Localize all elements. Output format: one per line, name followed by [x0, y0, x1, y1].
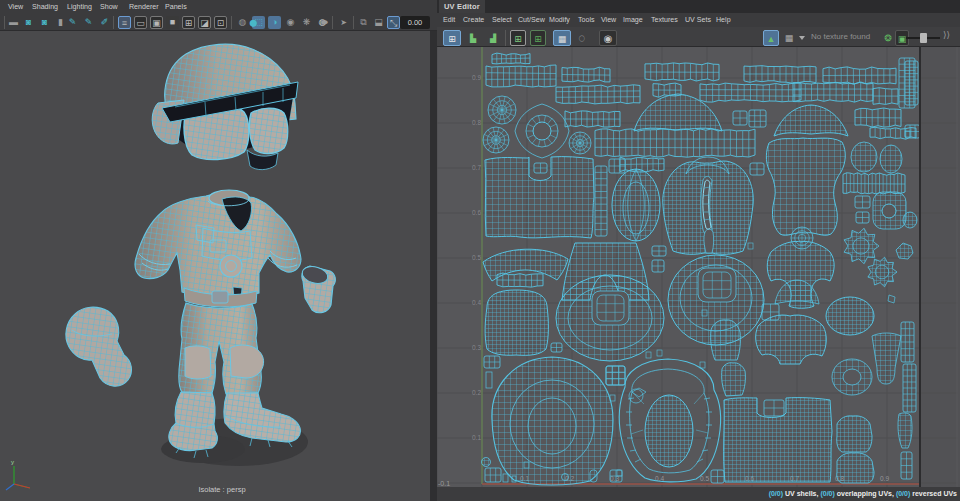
svg-text:0.9: 0.9: [472, 74, 481, 81]
svg-text:y: y: [11, 459, 14, 465]
svg-text:0.9: 0.9: [880, 475, 889, 482]
svg-text:0.2: 0.2: [472, 389, 481, 396]
svg-text:0.4: 0.4: [472, 299, 481, 306]
svg-text:0.1: 0.1: [472, 434, 481, 441]
svg-text:0.7: 0.7: [472, 164, 481, 171]
svg-text:-0.1: -0.1: [438, 480, 450, 487]
svg-text:0.3: 0.3: [472, 344, 481, 351]
svg-text:Isolate : persp: Isolate : persp: [198, 485, 245, 494]
svg-text:0.5: 0.5: [472, 254, 481, 261]
svg-text:0.8: 0.8: [472, 119, 481, 126]
svg-text:0.5: 0.5: [700, 475, 709, 482]
svg-text:0.6: 0.6: [472, 209, 481, 216]
